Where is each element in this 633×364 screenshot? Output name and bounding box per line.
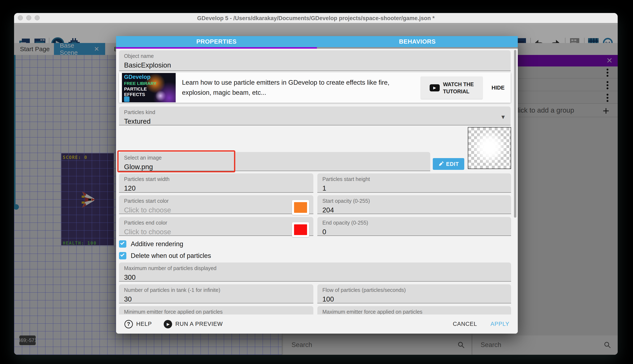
object-name-label: Object name [124, 53, 506, 59]
chevron-down-icon: ▾ [501, 113, 505, 121]
play-icon: ▶ [164, 320, 172, 328]
object-properties-dialog: PROPERTIES BEHAVIORS Object name BasicEx… [116, 36, 518, 334]
object-name-field[interactable]: Object name BasicExplosion [119, 50, 511, 71]
youtube-icon: ▶ [430, 84, 440, 92]
start-opacity-field[interactable]: Start opacity (0-255) 204 [317, 195, 511, 214]
delete-when-out-label: Delete when out of particles [131, 252, 211, 260]
start-color-label: Particles start color [124, 198, 308, 204]
start-height-field[interactable]: Particles start height 1 [317, 174, 511, 193]
watch-tutorial-label: WATCH THETUTORIAL [443, 81, 474, 95]
start-color-swatch[interactable] [292, 200, 309, 215]
start-height-label: Particles start height [322, 176, 506, 182]
max-particles-value: 300 [124, 274, 506, 282]
help-button[interactable]: HELP [136, 321, 152, 327]
search-icon [603, 341, 611, 349]
tutorial-banner: GDevelop FREE LIBRARY PARTICLE EFFECTS L… [119, 72, 511, 103]
cancel-button[interactable]: CANCEL [453, 321, 477, 327]
brush-icon [438, 161, 444, 167]
tank-field[interactable]: Number of particles in tank (-1 for infi… [119, 284, 313, 304]
watch-tutorial-button[interactable]: ▶ WATCH THETUTORIAL [421, 76, 483, 99]
thumb-subtitle: FREE LIBRARY [124, 81, 156, 86]
run-preview-button[interactable]: RUN A PREVIEW [175, 321, 223, 327]
tab-start-page-label: Start Page [20, 46, 50, 53]
dialog-footer: ? HELP ▶ RUN A PREVIEW CANCEL APPLY [116, 314, 518, 334]
plus-icon[interactable]: + [602, 104, 609, 117]
particle-texture-preview [468, 127, 511, 169]
end-opacity-label: End opacity (0-255) [322, 220, 506, 226]
start-color-value: Click to choose [124, 206, 308, 214]
close-tab-icon[interactable]: ✕ [94, 45, 99, 53]
start-height-value: 1 [322, 184, 506, 192]
row-menu-icon[interactable] [606, 68, 608, 77]
start-width-field[interactable]: Particles start width 120 [119, 174, 313, 193]
screenshot-root: GDevelop 5 - /Users/dkarakay/Documents/G… [0, 0, 633, 364]
max-particles-label: Maximum number of particles displayed [124, 265, 506, 271]
start-color-field[interactable]: Particles start color Click to choose [119, 195, 313, 214]
edit-label: EDIT [446, 161, 459, 167]
tab-base-scene[interactable]: Base Scene ✕ [54, 43, 105, 55]
min-force-label: Minimum emitter force applied on particl… [124, 309, 308, 315]
end-color-value: Click to choose [124, 228, 308, 236]
gdevelop-logo [124, 96, 130, 102]
hide-tutorial-button[interactable]: HIDE [488, 82, 509, 93]
objects-search-field[interactable]: Search [283, 336, 471, 354]
window-title: GDevelop 5 - /Users/dkarakay/Documents/G… [14, 15, 618, 22]
cursor-coordinates-badge: 469;-571 [19, 336, 36, 345]
additive-rendering-checkbox[interactable] [119, 240, 126, 248]
dialog-scrollbar-thumb[interactable] [514, 50, 516, 218]
tab-base-scene-label: Base Scene [60, 42, 86, 56]
end-color-field[interactable]: Particles end color Click to choose [119, 217, 313, 236]
max-force-label: Maximum emitter force applied on particl… [322, 309, 506, 315]
tab-behaviors[interactable]: BEHAVIORS [317, 36, 518, 47]
check-icon [120, 252, 124, 257]
tutorial-thumbnail[interactable]: GDevelop FREE LIBRARY PARTICLE EFFECTS [122, 73, 176, 102]
start-width-label: Particles start width [124, 176, 308, 182]
search-placeholder: Search [481, 341, 501, 349]
tank-label: Number of particles in tank (-1 for infi… [124, 287, 308, 293]
add-group-label: Click to add a group [512, 106, 574, 114]
particles-kind-label: Particles kind [124, 109, 506, 115]
start-opacity-value: 204 [322, 206, 506, 214]
start-opacity-label: Start opacity (0-255) [322, 198, 506, 204]
active-tab-underline [116, 47, 317, 49]
start-width-value: 120 [124, 184, 308, 192]
thumb-line3: PARTICLE [124, 86, 147, 92]
tab-start-page[interactable]: Start Page [14, 43, 56, 55]
particles-kind-value: Textured [124, 118, 506, 126]
flow-value: 100 [322, 295, 506, 303]
end-opacity-value: 0 [322, 228, 506, 236]
max-particles-field[interactable]: Maximum number of particles displayed 30… [119, 262, 511, 282]
tutorial-text: Learn how to use particle emitters in GD… [182, 72, 404, 103]
player-ship-sprite[interactable] [81, 189, 96, 210]
annotation-highlight-box [117, 150, 235, 172]
search-icon [457, 341, 465, 349]
thumb-title: GDevelop [124, 74, 150, 80]
end-opacity-field[interactable]: End opacity (0-255) 0 [317, 217, 511, 236]
canvas-scroll-indicator[interactable] [14, 55, 16, 207]
close-panel-icon[interactable]: ✕ [606, 56, 613, 65]
object-name-value: BasicExplosion [124, 61, 506, 69]
flow-field[interactable]: Flow of particles (particles/seconds) 10… [317, 284, 511, 304]
row-menu-icon[interactable] [606, 94, 608, 102]
check-icon [120, 241, 124, 245]
end-color-swatch[interactable] [292, 222, 309, 237]
additive-rendering-label: Additive rendering [131, 240, 183, 248]
groups-search-field[interactable]: Search [472, 336, 618, 354]
score-hud: SCORE: 0 [63, 155, 87, 160]
apply-button[interactable]: APPLY [490, 321, 509, 327]
particles-kind-select[interactable]: Particles kind Textured ▾ [119, 106, 511, 126]
end-color-label: Particles end color [124, 220, 308, 226]
dialog-tabs-header: PROPERTIES BEHAVIORS [116, 36, 518, 47]
tab-properties[interactable]: PROPERTIES [116, 36, 317, 47]
macos-titlebar: GDevelop 5 - /Users/dkarakay/Documents/G… [14, 13, 618, 24]
edit-image-button[interactable]: EDIT [433, 158, 464, 170]
health-hud: HEALTH: 100 [63, 241, 97, 246]
search-placeholder: Search [291, 341, 312, 349]
flow-label: Flow of particles (particles/seconds) [322, 287, 506, 293]
help-icon: ? [124, 320, 133, 328]
row-menu-icon[interactable] [606, 81, 608, 89]
tank-value: 30 [124, 295, 308, 303]
delete-when-out-checkbox[interactable] [119, 252, 126, 259]
